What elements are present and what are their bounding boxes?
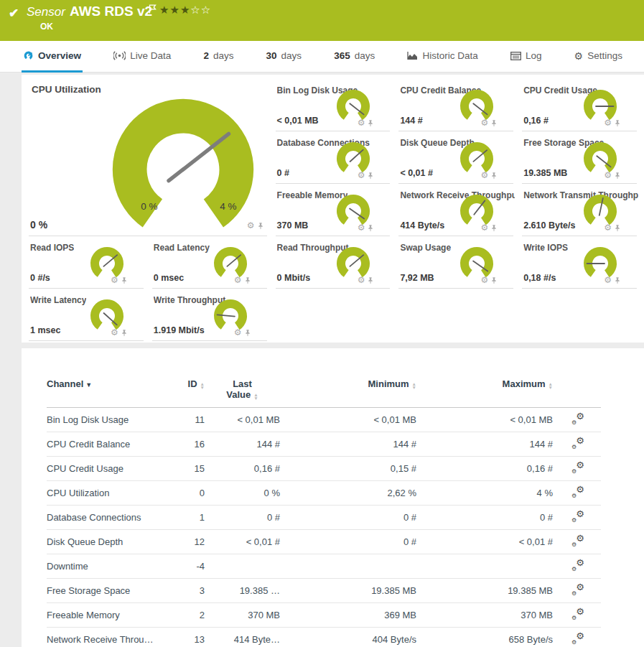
gear-icon[interactable]: ⚙ (604, 171, 612, 180)
gauge-panel-read-throughput: Read Throughput 0 Mbit/s ⚙ (276, 236, 391, 289)
pin-icon[interactable] (244, 276, 251, 284)
channel-settings-icon[interactable]: ⚙⚙ (571, 584, 584, 595)
tab-30-days[interactable]: 30 days (265, 41, 304, 73)
tab-historic-data[interactable]: Historic Data (406, 41, 479, 73)
pin-icon[interactable] (490, 172, 498, 180)
gear-icon[interactable]: ⚙ (480, 223, 488, 232)
cell-maximum: 4 % (416, 488, 553, 498)
table-row[interactable]: CPU Credit Usage 15 0,16 # 0,15 # 0,16 #… (47, 457, 601, 481)
flag-icon[interactable] (149, 4, 157, 14)
pin-icon[interactable] (257, 222, 264, 230)
cell-id: 3 (169, 585, 205, 596)
tab-settings[interactable]: ⚙ Settings (573, 41, 624, 73)
col-header-last-value[interactable]: Last Value▲▼ (205, 378, 280, 400)
gear-icon[interactable]: ⚙ (604, 223, 612, 232)
col-header-channel[interactable]: Channel▼ (47, 378, 169, 389)
pin-icon[interactable] (121, 276, 128, 284)
pin-icon[interactable] (614, 276, 621, 284)
table-row[interactable]: Network Receive Throu… 13 414 Byte… 404 … (47, 628, 601, 647)
tab-live-data[interactable]: Live Data (112, 41, 172, 73)
channel-settings-icon[interactable]: ⚙⚙ (571, 511, 584, 522)
cell-id: 11 (169, 414, 205, 425)
cell-id: 2 (169, 610, 205, 620)
pin-icon[interactable] (614, 224, 621, 232)
gear-icon[interactable]: ⚙ (358, 118, 365, 127)
channel-settings-icon[interactable]: ⚙⚙ (571, 535, 584, 546)
gear-icon[interactable]: ⚙ (604, 276, 612, 284)
table-row[interactable]: CPU Credit Balance 16 144 # 144 # 144 # … (47, 432, 601, 457)
tab-2-days[interactable]: 2 days (202, 41, 235, 73)
pin-icon[interactable] (121, 329, 128, 337)
col-header-maximum[interactable]: Maximum▲▼ (416, 378, 553, 389)
pin-icon[interactable] (614, 172, 621, 180)
gear-icon[interactable]: ⚙ (234, 328, 242, 337)
table-row[interactable]: Disk Queue Depth 12 < 0,01 # 0 # < 0,01 … (47, 530, 601, 554)
pin-icon[interactable] (367, 276, 374, 284)
table-row[interactable]: Freeable Memory 2 370 MB 369 MB 370 MB ⚙… (47, 603, 601, 628)
table-row[interactable]: CPU Utilization 0 0 % 2,62 % 4 % ⚙⚙ (47, 481, 601, 506)
pin-icon[interactable] (614, 119, 621, 127)
gauge-panel-cpu-utilization: CPU Utilization 0 % 4 % 0 % ⚙ (29, 79, 267, 236)
pin-icon[interactable] (244, 329, 251, 337)
channel-settings-icon[interactable]: ⚙⚙ (571, 437, 584, 449)
channel-settings-icon[interactable]: ⚙⚙ (571, 559, 584, 571)
pin-icon[interactable] (367, 172, 374, 180)
table-row[interactable]: Database Connections 1 0 # 0 # 0 # ⚙⚙ (47, 506, 601, 530)
cell-id: 0 (169, 488, 205, 498)
cell-last-value: 414 Byte… (205, 634, 280, 645)
channel-settings-icon[interactable]: ⚙⚙ (571, 633, 584, 644)
gear-icon[interactable]: ⚙ (111, 328, 118, 337)
col-header-minimum[interactable]: Minimum▲▼ (280, 378, 416, 389)
gauge-value: 7,92 MB (400, 273, 434, 283)
table-row[interactable]: Bin Log Disk Usage 11 < 0,01 MB < 0,01 M… (47, 408, 601, 432)
table-row[interactable]: Free Storage Space 3 19.385 … 19.385 MB … (47, 579, 601, 603)
sort-desc-icon[interactable]: ▼ (85, 381, 92, 388)
tab-label: Live Data (130, 50, 171, 61)
priority-stars[interactable]: ★★★☆☆ (159, 4, 211, 17)
gear-icon[interactable]: ⚙ (480, 276, 488, 284)
table-row[interactable]: Downtime -4 ⚙⚙ (47, 554, 601, 579)
sensor-header: ✔ Sensor AWS RDS v2 ★★★☆☆ OK (0, 0, 644, 41)
gear-icon[interactable]: ⚙ (604, 118, 612, 127)
gear-icon[interactable]: ⚙ (358, 171, 365, 180)
gauge-panel-cpu-credit-usage: CPU Credit Usage 0,16 # ⚙ (522, 79, 637, 131)
tab-overview[interactable]: Overview (22, 41, 83, 73)
gear-icon[interactable]: ⚙ (111, 276, 118, 284)
gauge-panel-write-throughput: Write Throughput 1.919 Mbit/s ⚙ (152, 289, 267, 341)
gear-icon[interactable]: ⚙ (234, 276, 242, 284)
historic-data-icon (407, 51, 418, 60)
sort-icon[interactable]: ▲▼ (549, 383, 553, 389)
pin-icon[interactable] (490, 224, 498, 232)
sensor-kind-label: Sensor (27, 5, 65, 19)
channel-settings-icon[interactable]: ⚙⚙ (571, 413, 584, 424)
gear-icon[interactable]: ⚙ (358, 223, 365, 232)
pin-icon[interactable] (367, 224, 374, 232)
gauge-value: 414 Byte/s (400, 220, 444, 231)
channel-settings-icon[interactable]: ⚙⚙ (571, 486, 584, 498)
gauge-grid: CPU Utilization 0 % 4 % 0 % ⚙ Bin Log Di… (29, 79, 637, 341)
gear-icon[interactable]: ⚙ (480, 118, 488, 127)
sort-icon[interactable]: ▲▼ (253, 394, 258, 400)
gear-icon[interactable]: ⚙ (247, 221, 255, 230)
pin-icon[interactable] (490, 119, 498, 127)
tab-log[interactable]: Log (509, 41, 543, 73)
col-header-id[interactable]: ID▲▼ (169, 378, 205, 389)
cell-channel: Database Connections (47, 512, 169, 523)
channel-settings-icon[interactable]: ⚙⚙ (571, 608, 584, 620)
cell-minimum: 0,15 # (280, 463, 416, 474)
cell-id: 16 (169, 439, 205, 450)
stars-filled[interactable]: ★★★ (159, 4, 190, 16)
gauge-panel-read-latency: Read Latency 0 msec ⚙ (152, 236, 267, 289)
pin-icon[interactable] (490, 276, 498, 284)
channel-settings-icon[interactable]: ⚙⚙ (571, 462, 584, 473)
pin-icon[interactable] (367, 119, 374, 127)
stars-empty[interactable]: ☆☆ (190, 4, 211, 16)
gear-icon[interactable]: ⚙ (480, 171, 488, 180)
tab-label: Settings (587, 50, 622, 61)
sensor-title: AWS RDS v2 (70, 4, 152, 19)
gauge-panel-disk-queue-depth: Disk Queue Depth < 0,01 # ⚙ (398, 131, 513, 184)
cell-minimum: 404 Byte/s (280, 634, 416, 645)
gauge-scale-min: 0 % (141, 201, 157, 212)
gear-icon[interactable]: ⚙ (358, 276, 365, 284)
tab-365-days[interactable]: 365 days (332, 41, 376, 73)
